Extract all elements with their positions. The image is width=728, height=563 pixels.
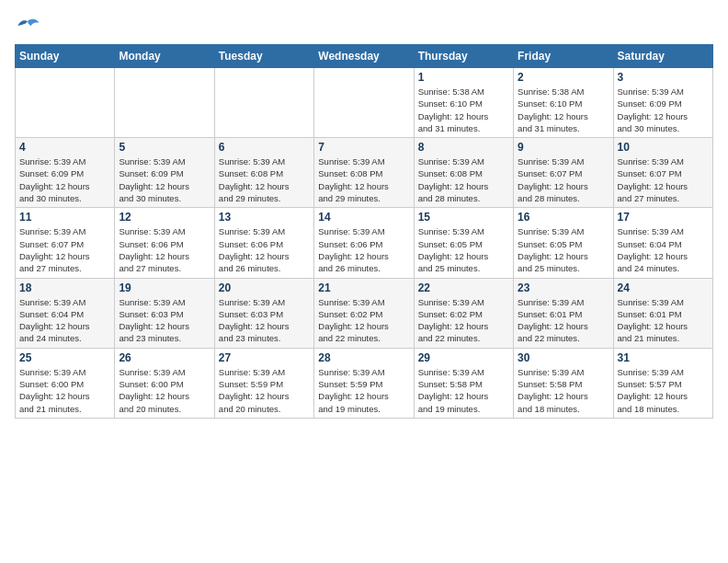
day-number: 24: [618, 282, 709, 294]
weekday-header-tuesday: Tuesday: [214, 45, 313, 68]
day-number: 9: [518, 141, 609, 154]
calendar-cell: 27Sunrise: 5:39 AM Sunset: 5:59 PM Dayli…: [214, 348, 313, 418]
calendar-cell: [314, 68, 414, 138]
day-number: 8: [418, 141, 509, 154]
calendar-cell: 14Sunrise: 5:39 AM Sunset: 6:06 PM Dayli…: [314, 208, 414, 278]
day-number: 22: [418, 282, 509, 294]
day-number: 5: [119, 141, 210, 154]
day-number: 30: [518, 351, 609, 364]
day-info: Sunrise: 5:39 AM Sunset: 6:08 PM Dayligh…: [318, 155, 409, 204]
day-number: 2: [518, 71, 609, 84]
calendar-cell: 29Sunrise: 5:39 AM Sunset: 5:58 PM Dayli…: [414, 348, 513, 418]
calendar-cell: 2Sunrise: 5:38 AM Sunset: 6:10 PM Daylig…: [514, 68, 613, 138]
day-info: Sunrise: 5:39 AM Sunset: 6:03 PM Dayligh…: [119, 296, 210, 345]
day-info: Sunrise: 5:39 AM Sunset: 6:02 PM Dayligh…: [318, 296, 409, 345]
day-number: 6: [219, 141, 310, 154]
calendar-cell: 7Sunrise: 5:39 AM Sunset: 6:08 PM Daylig…: [314, 138, 414, 208]
day-number: 29: [418, 351, 509, 364]
calendar-table: SundayMondayTuesdayWednesdayThursdayFrid…: [15, 44, 713, 419]
day-info: Sunrise: 5:39 AM Sunset: 6:08 PM Dayligh…: [418, 155, 509, 204]
calendar-cell: 30Sunrise: 5:39 AM Sunset: 5:58 PM Dayli…: [514, 348, 613, 418]
day-number: 11: [19, 211, 110, 224]
weekday-header-thursday: Thursday: [414, 45, 513, 68]
weekday-header-monday: Monday: [115, 45, 214, 68]
day-number: 27: [219, 351, 310, 364]
day-info: Sunrise: 5:39 AM Sunset: 6:01 PM Dayligh…: [618, 296, 709, 345]
day-info: Sunrise: 5:38 AM Sunset: 6:10 PM Dayligh…: [418, 86, 509, 134]
day-info: Sunrise: 5:39 AM Sunset: 6:03 PM Dayligh…: [219, 296, 310, 345]
calendar-cell: [16, 68, 115, 138]
day-info: Sunrise: 5:39 AM Sunset: 6:09 PM Dayligh…: [119, 155, 210, 204]
calendar-cell: 31Sunrise: 5:39 AM Sunset: 5:57 PM Dayli…: [613, 348, 712, 418]
weekday-header-wednesday: Wednesday: [314, 45, 414, 68]
day-info: Sunrise: 5:39 AM Sunset: 6:07 PM Dayligh…: [19, 225, 110, 274]
day-number: 23: [518, 282, 609, 294]
day-number: 17: [618, 211, 709, 224]
calendar-week-5: 25Sunrise: 5:39 AM Sunset: 6:00 PM Dayli…: [16, 348, 713, 418]
day-number: 1: [418, 71, 509, 84]
calendar-cell: 9Sunrise: 5:39 AM Sunset: 6:07 PM Daylig…: [514, 138, 613, 208]
day-number: 7: [318, 141, 409, 154]
calendar-cell: 5Sunrise: 5:39 AM Sunset: 6:09 PM Daylig…: [115, 138, 214, 208]
calendar-cell: 22Sunrise: 5:39 AM Sunset: 6:02 PM Dayli…: [414, 278, 513, 348]
day-info: Sunrise: 5:39 AM Sunset: 6:07 PM Dayligh…: [618, 155, 709, 204]
calendar-cell: 15Sunrise: 5:39 AM Sunset: 6:05 PM Dayli…: [414, 208, 513, 278]
day-number: 19: [119, 282, 210, 294]
page-header: [15, 15, 713, 40]
calendar-week-3: 11Sunrise: 5:39 AM Sunset: 6:07 PM Dayli…: [16, 208, 713, 278]
calendar-week-1: 1Sunrise: 5:38 AM Sunset: 6:10 PM Daylig…: [16, 68, 713, 138]
calendar-cell: [214, 68, 313, 138]
day-number: 12: [119, 211, 210, 224]
day-info: Sunrise: 5:39 AM Sunset: 6:07 PM Dayligh…: [518, 155, 609, 204]
day-number: 20: [219, 282, 310, 294]
day-number: 28: [318, 351, 409, 364]
day-number: 21: [318, 282, 409, 294]
day-info: Sunrise: 5:39 AM Sunset: 6:04 PM Dayligh…: [618, 225, 709, 274]
calendar-cell: 13Sunrise: 5:39 AM Sunset: 6:06 PM Dayli…: [214, 208, 313, 278]
day-number: 31: [618, 351, 709, 364]
calendar-cell: 18Sunrise: 5:39 AM Sunset: 6:04 PM Dayli…: [16, 278, 115, 348]
calendar-cell: 11Sunrise: 5:39 AM Sunset: 6:07 PM Dayli…: [16, 208, 115, 278]
day-number: 16: [518, 211, 609, 224]
calendar-cell: 3Sunrise: 5:39 AM Sunset: 6:09 PM Daylig…: [613, 68, 712, 138]
day-info: Sunrise: 5:39 AM Sunset: 6:05 PM Dayligh…: [518, 225, 609, 274]
day-info: Sunrise: 5:39 AM Sunset: 6:09 PM Dayligh…: [618, 86, 709, 134]
day-number: 18: [19, 282, 110, 294]
day-number: 14: [318, 211, 409, 224]
day-info: Sunrise: 5:39 AM Sunset: 5:59 PM Dayligh…: [318, 366, 409, 415]
day-number: 4: [19, 141, 110, 154]
logo-bird-icon: [15, 15, 40, 40]
weekday-header-saturday: Saturday: [613, 45, 712, 68]
day-info: Sunrise: 5:39 AM Sunset: 6:00 PM Dayligh…: [119, 366, 210, 415]
day-info: Sunrise: 5:39 AM Sunset: 6:05 PM Dayligh…: [418, 225, 509, 274]
day-info: Sunrise: 5:39 AM Sunset: 5:58 PM Dayligh…: [518, 366, 609, 415]
day-info: Sunrise: 5:38 AM Sunset: 6:10 PM Dayligh…: [518, 86, 609, 134]
calendar-cell: 1Sunrise: 5:38 AM Sunset: 6:10 PM Daylig…: [414, 68, 513, 138]
day-info: Sunrise: 5:39 AM Sunset: 6:00 PM Dayligh…: [19, 366, 110, 415]
weekday-header-sunday: Sunday: [16, 45, 115, 68]
day-info: Sunrise: 5:39 AM Sunset: 6:09 PM Dayligh…: [19, 155, 110, 204]
calendar-week-4: 18Sunrise: 5:39 AM Sunset: 6:04 PM Dayli…: [16, 278, 713, 348]
calendar-week-2: 4Sunrise: 5:39 AM Sunset: 6:09 PM Daylig…: [16, 138, 713, 208]
day-info: Sunrise: 5:39 AM Sunset: 6:01 PM Dayligh…: [518, 296, 609, 345]
calendar-cell: 26Sunrise: 5:39 AM Sunset: 6:00 PM Dayli…: [115, 348, 214, 418]
day-number: 15: [418, 211, 509, 224]
calendar-cell: 8Sunrise: 5:39 AM Sunset: 6:08 PM Daylig…: [414, 138, 513, 208]
calendar-cell: 19Sunrise: 5:39 AM Sunset: 6:03 PM Dayli…: [115, 278, 214, 348]
calendar-cell: 16Sunrise: 5:39 AM Sunset: 6:05 PM Dayli…: [514, 208, 613, 278]
logo: [15, 15, 44, 40]
day-info: Sunrise: 5:39 AM Sunset: 6:06 PM Dayligh…: [318, 225, 409, 274]
calendar-cell: 10Sunrise: 5:39 AM Sunset: 6:07 PM Dayli…: [613, 138, 712, 208]
day-info: Sunrise: 5:39 AM Sunset: 5:58 PM Dayligh…: [418, 366, 509, 415]
day-info: Sunrise: 5:39 AM Sunset: 6:06 PM Dayligh…: [119, 225, 210, 274]
day-number: 3: [618, 71, 709, 84]
calendar-cell: 20Sunrise: 5:39 AM Sunset: 6:03 PM Dayli…: [214, 278, 313, 348]
calendar-cell: 17Sunrise: 5:39 AM Sunset: 6:04 PM Dayli…: [613, 208, 712, 278]
day-number: 26: [119, 351, 210, 364]
day-info: Sunrise: 5:39 AM Sunset: 6:08 PM Dayligh…: [219, 155, 310, 204]
calendar-cell: [115, 68, 214, 138]
calendar-cell: 12Sunrise: 5:39 AM Sunset: 6:06 PM Dayli…: [115, 208, 214, 278]
calendar-cell: 28Sunrise: 5:39 AM Sunset: 5:59 PM Dayli…: [314, 348, 414, 418]
calendar-header-row: SundayMondayTuesdayWednesdayThursdayFrid…: [16, 45, 713, 68]
day-info: Sunrise: 5:39 AM Sunset: 5:59 PM Dayligh…: [219, 366, 310, 415]
